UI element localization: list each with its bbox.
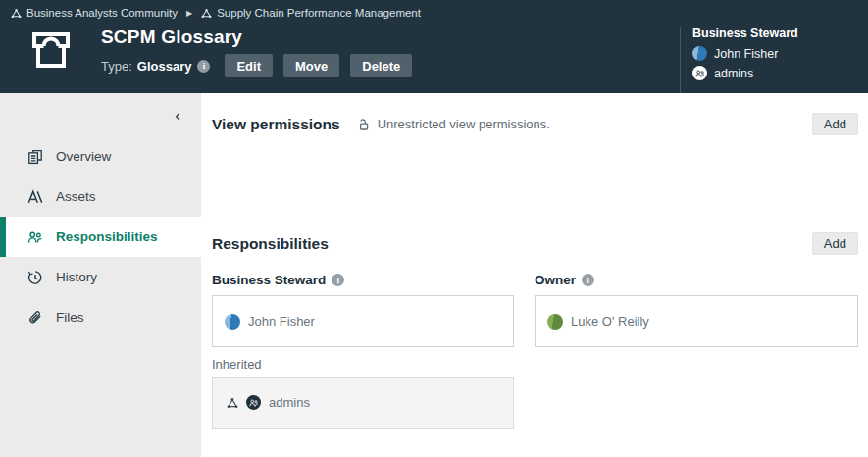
view-permissions-heading: View permissions (212, 116, 340, 133)
app-window: Business Analysts Community ▶ Supply Cha… (0, 0, 868, 457)
breadcrumb-separator-icon: ▶ (184, 9, 194, 18)
group-icon (249, 398, 259, 408)
steward-group-name: admins (714, 67, 753, 80)
breadcrumb-label: Supply Chain Performance Management (217, 7, 421, 19)
type-label: Type: (101, 59, 132, 74)
breadcrumb: Business Analysts Community ▶ Supply Cha… (0, 0, 868, 19)
document-icon (27, 149, 43, 165)
steward-panel: Business Steward John Fisher admins (680, 25, 868, 96)
sidebar-item-assets[interactable]: Assets (0, 177, 201, 217)
unlock-icon (356, 118, 370, 131)
page-title: SCPM Glossary (101, 25, 412, 49)
paperclip-icon (27, 310, 43, 326)
avatar (692, 46, 707, 61)
steward-user-row[interactable]: John Fisher (692, 46, 858, 61)
sidebar-item-overview[interactable]: Overview (0, 136, 201, 177)
sidebar-item-label: Responsibilities (56, 229, 158, 244)
info-icon[interactable]: i (582, 274, 594, 286)
sidebar-item-label: Overview (56, 149, 111, 164)
delete-button[interactable]: Delete (350, 54, 412, 77)
sidebar-nav: Overview Assets (0, 136, 201, 337)
inherited-label: Inherited (212, 357, 514, 372)
owner-column: Owner i Luke O' Reilly (535, 273, 858, 429)
assets-icon (27, 189, 43, 205)
main-content: View permissions Unrestricted view permi… (201, 93, 868, 457)
community-icon (11, 8, 22, 19)
edit-button[interactable]: Edit (225, 54, 273, 77)
group-icon (695, 69, 705, 78)
responsibilities-section: Responsibilities Add Business Steward i … (212, 232, 858, 429)
breadcrumb-item-subcommunity[interactable]: Supply Chain Performance Management (201, 7, 421, 19)
history-icon (27, 270, 43, 285)
glossary-asset-icon (27, 25, 75, 73)
breadcrumb-item-community[interactable]: Business Analysts Community (11, 7, 178, 19)
inherited-group-card[interactable]: admins (212, 377, 514, 429)
view-permissions-section: View permissions Unrestricted view permi… (212, 113, 858, 135)
role-label: Business Steward (212, 273, 326, 287)
group-name: admins (269, 395, 310, 410)
people-icon (27, 229, 43, 245)
header-main: SCPM Glossary Type: Glossary i Edit Move… (0, 25, 868, 96)
steward-user-name: John Fisher (714, 47, 778, 61)
role-label: Owner (535, 273, 576, 287)
sidebar-collapse-button[interactable]: ‹ (175, 107, 180, 124)
add-view-permission-button[interactable]: Add (812, 113, 858, 135)
owner-card[interactable]: Luke O' Reilly (535, 295, 858, 347)
sidebar-item-label: Files (56, 310, 84, 325)
avatar (225, 314, 240, 330)
view-permissions-status: Unrestricted view permissions. (378, 117, 550, 131)
sidebar-item-responsibilities[interactable]: Responsibilities (0, 217, 201, 257)
person-name: John Fisher (248, 314, 315, 329)
community-icon (201, 8, 212, 19)
info-icon[interactable]: i (197, 60, 210, 73)
sidebar-item-files[interactable]: Files (0, 297, 201, 337)
info-icon[interactable]: i (332, 274, 344, 286)
steward-group-row[interactable]: admins (692, 66, 858, 80)
move-button[interactable]: Move (283, 54, 339, 77)
responsibilities-heading: Responsibilities (212, 235, 329, 253)
group-avatar (692, 66, 707, 80)
group-avatar (246, 395, 261, 410)
community-icon (227, 397, 238, 409)
steward-panel-heading: Business Steward (692, 25, 858, 41)
add-responsibility-button[interactable]: Add (812, 232, 858, 255)
business-steward-column: Business Steward i John Fisher Inherited (212, 273, 514, 429)
avatar (547, 314, 563, 330)
person-name: Luke O' Reilly (571, 314, 649, 329)
type-value: Glossary (137, 59, 192, 74)
breadcrumb-label: Business Analysts Community (26, 7, 178, 19)
sidebar-item-label: Assets (56, 189, 96, 204)
sidebar-item-label: History (56, 270, 97, 284)
header: Business Analysts Community ▶ Supply Cha… (0, 0, 868, 93)
sidebar-item-history[interactable]: History (0, 257, 201, 297)
business-steward-card[interactable]: John Fisher (212, 295, 514, 347)
sidebar: ‹ Overview (0, 93, 201, 457)
